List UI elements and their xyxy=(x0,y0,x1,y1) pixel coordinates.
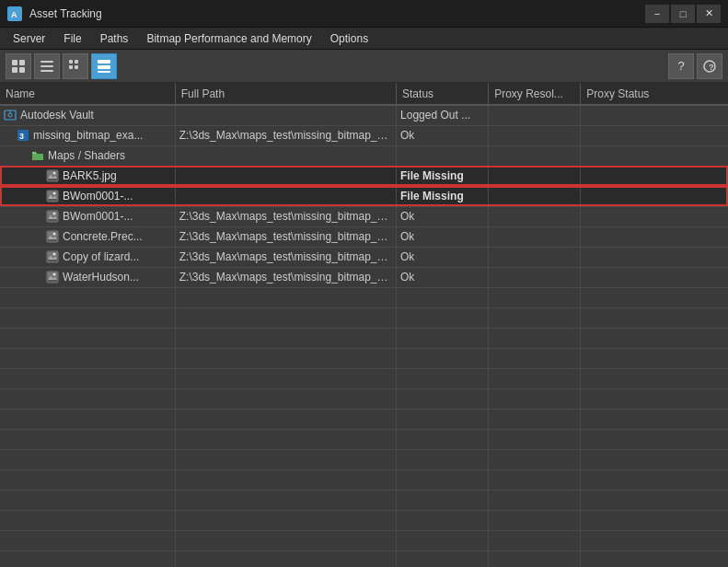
table-row-empty xyxy=(0,429,728,449)
svg-text:?: ? xyxy=(709,63,714,72)
menu-file[interactable]: File xyxy=(54,28,90,49)
cell-path: Z:\3ds_Max\maps_test\missing_bitmap_exam… xyxy=(175,125,396,145)
title-bar: A Asset Tracking − □ ✕ xyxy=(0,0,728,28)
toolbar-btn-grid3[interactable] xyxy=(91,53,117,79)
help-button[interactable]: ? xyxy=(668,53,694,79)
table-row[interactable]: Copy of lizard... Z:\3ds_Max\maps_test\m… xyxy=(0,247,728,267)
vault-icon xyxy=(4,109,17,122)
cell-path xyxy=(175,145,396,166)
cell-proxy xyxy=(489,226,581,247)
svg-text:A: A xyxy=(11,10,17,19)
cell-name: Concrete.Prec... xyxy=(0,226,175,247)
table-row-empty xyxy=(0,307,728,328)
table-row-empty xyxy=(0,550,728,567)
menu-bar: Server File Paths Bitmap Performance and… xyxy=(0,28,728,50)
svg-rect-11 xyxy=(69,65,73,69)
svg-point-39 xyxy=(53,233,56,236)
main-area: Name Full Path Status Proxy Resol... Pro… xyxy=(0,83,728,567)
folder-icon xyxy=(31,149,44,162)
svg-rect-7 xyxy=(40,65,53,67)
about-button[interactable]: ? xyxy=(697,53,722,79)
table-row-empty xyxy=(0,328,728,348)
cell-name: 3 missing_bitmap_exa... xyxy=(0,125,175,145)
table-row-empty xyxy=(0,388,728,409)
cell-status: Ok xyxy=(397,206,489,226)
cell-path: Z:\3ds_Max\maps_test\missing_bitmap_exam… xyxy=(175,267,396,287)
svg-rect-13 xyxy=(98,60,110,64)
cell-proxy-status xyxy=(581,226,728,247)
svg-rect-15 xyxy=(98,71,110,73)
table-row[interactable]: WaterHudson... Z:\3ds_Max\maps_test\miss… xyxy=(0,267,728,287)
img-icon xyxy=(46,250,59,263)
toolbar: ? ? xyxy=(0,50,728,83)
table-row[interactable]: Concrete.Prec... Z:\3ds_Max\maps_test\mi… xyxy=(0,226,728,247)
svg-rect-5 xyxy=(19,67,25,73)
cell-proxy xyxy=(489,206,581,226)
menu-bitmap[interactable]: Bitmap Performance and Memory xyxy=(137,28,320,49)
table-row-empty xyxy=(0,409,728,429)
img-icon xyxy=(46,190,59,202)
cell-name: Copy of lizard... xyxy=(0,247,175,267)
cell-status: Ok xyxy=(397,226,489,247)
cell-name-text: Autodesk Vault xyxy=(20,109,94,122)
maximize-button[interactable]: □ xyxy=(671,5,695,23)
table-row[interactable]: Maps / Shaders xyxy=(0,145,728,166)
cell-status: File Missing xyxy=(397,186,489,206)
table-row-empty xyxy=(0,510,728,530)
app-icon: A xyxy=(7,6,22,21)
toolbar-btn-list[interactable] xyxy=(34,53,60,79)
table-row[interactable]: BARK5.jpg File Missing xyxy=(0,166,728,186)
col-header-name: Name xyxy=(0,83,175,105)
cell-path xyxy=(175,186,396,206)
menu-paths[interactable]: Paths xyxy=(91,28,138,49)
svg-point-35 xyxy=(53,213,56,215)
minimize-button[interactable]: − xyxy=(645,5,669,23)
table-container[interactable]: Name Full Path Status Proxy Resol... Pro… xyxy=(0,83,728,567)
cell-name: Autodesk Vault xyxy=(0,105,175,125)
table-row[interactable]: 3 missing_bitmap_exa... Z:\3ds_Max\maps_… xyxy=(0,125,728,145)
table-row[interactable]: BWom0001-... Z:\3ds_Max\maps_test\missin… xyxy=(0,206,728,226)
svg-point-43 xyxy=(53,253,56,256)
svg-rect-23 xyxy=(32,154,43,160)
menu-options[interactable]: Options xyxy=(321,28,377,49)
toolbar-btn-grid2[interactable] xyxy=(63,53,88,79)
cell-path: Z:\3ds_Max\maps_test\missing_bitmap_exam… xyxy=(175,247,396,267)
menu-server[interactable]: Server xyxy=(4,28,54,49)
table-row-empty xyxy=(0,449,728,469)
cell-name-text: BWom0001-... xyxy=(63,210,133,223)
cell-name-text: BARK5.jpg xyxy=(63,169,117,182)
svg-rect-4 xyxy=(12,67,17,73)
table-row[interactable]: BWom0001-... File Missing xyxy=(0,186,728,206)
img-icon xyxy=(46,230,59,243)
cell-proxy xyxy=(489,267,581,287)
cell-proxy-status xyxy=(581,206,728,226)
window-controls: − □ ✕ xyxy=(645,5,721,23)
svg-rect-9 xyxy=(69,60,73,64)
scene-icon: 3 xyxy=(17,129,29,142)
cell-path: Z:\3ds_Max\maps_test\missing_bitmap_exam… xyxy=(175,226,396,247)
toolbar-btn-grid1[interactable] xyxy=(6,53,31,79)
svg-point-19 xyxy=(8,113,12,117)
cell-status xyxy=(397,145,489,166)
close-button[interactable]: ✕ xyxy=(697,5,721,23)
cell-name: Maps / Shaders xyxy=(0,145,175,166)
cell-status: Logged Out ... xyxy=(397,105,489,125)
img-icon xyxy=(46,169,59,182)
cell-proxy xyxy=(489,247,581,267)
table-row-empty xyxy=(0,490,728,510)
cell-name: BWom0001-... xyxy=(0,206,175,226)
cell-proxy xyxy=(489,125,581,145)
svg-point-27 xyxy=(53,172,56,175)
cell-proxy-status xyxy=(581,105,728,125)
cell-proxy-status xyxy=(581,186,728,206)
cell-name-text: WaterHudson... xyxy=(63,271,139,284)
cell-status: Ok xyxy=(397,267,489,287)
cell-proxy-status xyxy=(581,247,728,267)
toolbar-right: ? ? xyxy=(668,53,722,79)
table-row[interactable]: Autodesk Vault Logged Out ... xyxy=(0,105,728,125)
table-row-empty xyxy=(0,348,728,368)
table-header: Name Full Path Status Proxy Resol... Pro… xyxy=(0,83,728,105)
cell-name: WaterHudson... xyxy=(0,267,175,287)
svg-rect-2 xyxy=(12,60,17,65)
svg-text:3: 3 xyxy=(19,132,24,141)
